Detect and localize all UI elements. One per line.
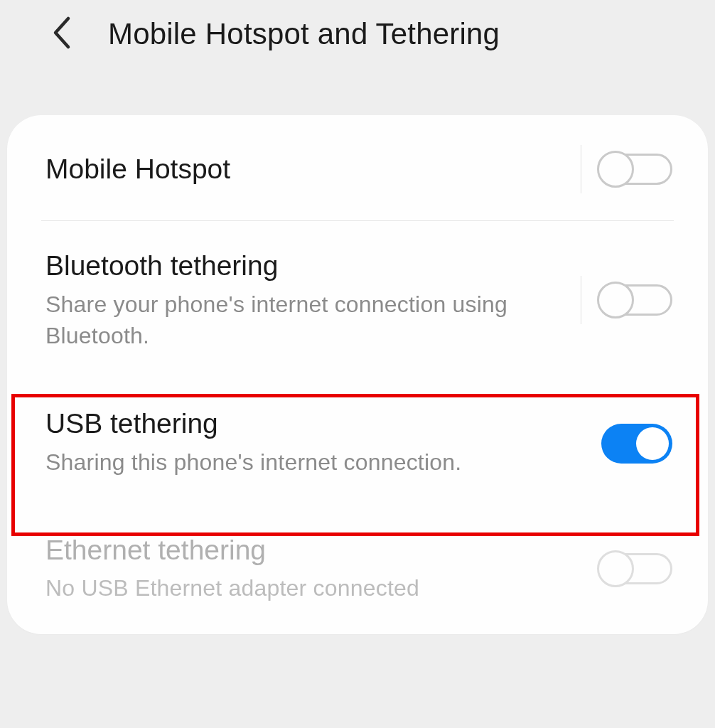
row-subtitle: No USB Ethernet adapter connected [45, 572, 601, 604]
toggle-mobile-hotspot[interactable] [601, 151, 672, 188]
row-title: USB tethering [45, 406, 601, 442]
toggle-ethernet-tethering [601, 550, 672, 587]
row-title: Mobile Hotspot [45, 151, 581, 188]
setting-ethernet-tethering: Ethernet tethering No USB Ethernet adapt… [7, 505, 708, 631]
row-title: Ethernet tethering [45, 532, 601, 569]
row-text: Bluetooth tethering Share your phone's i… [45, 248, 581, 352]
toggle-usb-tethering[interactable] [601, 424, 672, 461]
divider-vertical [581, 276, 581, 324]
row-subtitle: Sharing this phone's internet connection… [45, 446, 601, 478]
back-button[interactable] [51, 16, 72, 53]
row-text: Mobile Hotspot [45, 151, 581, 188]
back-icon [51, 16, 72, 50]
toggle-bluetooth-tethering[interactable] [601, 282, 672, 318]
divider-vertical [581, 145, 581, 193]
row-text: Ethernet tethering No USB Ethernet adapt… [45, 532, 601, 604]
row-title: Bluetooth tethering [45, 248, 581, 284]
toggle-container [601, 550, 672, 587]
header: Mobile Hotspot and Tethering [0, 0, 715, 74]
row-subtitle: Share your phone's internet connection u… [45, 289, 581, 353]
page-title: Mobile Hotspot and Tethering [108, 17, 500, 51]
setting-usb-tethering[interactable]: USB tethering Sharing this phone's inter… [7, 379, 708, 505]
setting-mobile-hotspot[interactable]: Mobile Hotspot [7, 118, 708, 220]
toggle-container [581, 276, 672, 324]
settings-card: Mobile Hotspot Bluetooth tethering Share… [7, 115, 708, 634]
toggle-container [601, 424, 672, 461]
setting-bluetooth-tethering[interactable]: Bluetooth tethering Share your phone's i… [7, 221, 708, 379]
row-text: USB tethering Sharing this phone's inter… [45, 406, 601, 478]
toggle-container [581, 145, 672, 193]
